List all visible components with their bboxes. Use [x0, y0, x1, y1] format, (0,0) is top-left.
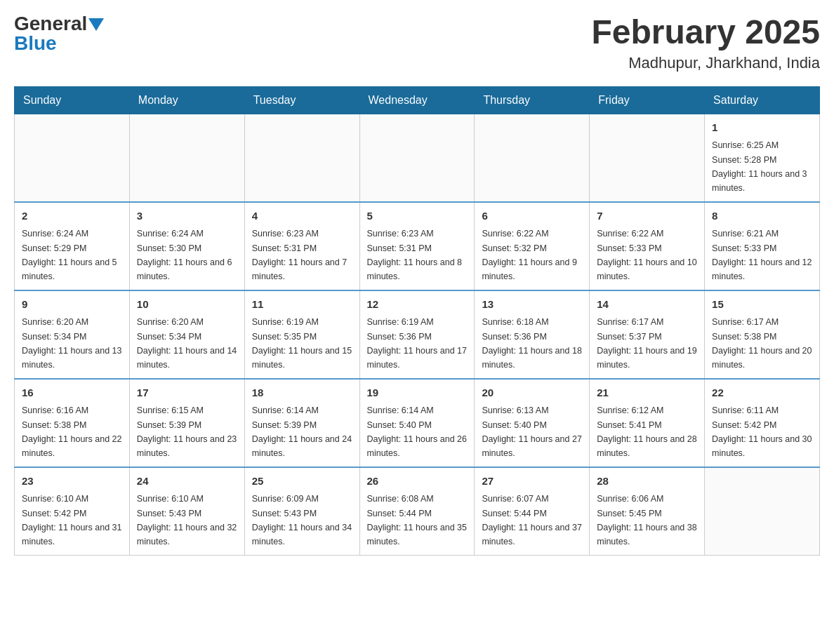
col-thursday: Thursday — [475, 86, 590, 114]
page-header: General Blue February 2025 Madhupur, Jha… — [14, 14, 820, 72]
day-info: Sunrise: 6:15 AM Sunset: 5:39 PM Dayligh… — [137, 405, 237, 458]
table-row: 22Sunrise: 6:11 AM Sunset: 5:42 PM Dayli… — [705, 379, 820, 467]
day-info: Sunrise: 6:22 AM Sunset: 5:32 PM Dayligh… — [482, 229, 577, 281]
day-info: Sunrise: 6:06 AM Sunset: 5:45 PM Dayligh… — [597, 494, 696, 546]
logo-blue-text: Blue — [14, 32, 57, 54]
day-info: Sunrise: 6:20 AM Sunset: 5:34 PM Dayligh… — [137, 317, 237, 370]
day-info: Sunrise: 6:19 AM Sunset: 5:36 PM Dayligh… — [367, 317, 467, 370]
day-number: 25 — [252, 474, 352, 490]
day-info: Sunrise: 6:09 AM Sunset: 5:43 PM Dayligh… — [252, 494, 352, 546]
table-row: 14Sunrise: 6:17 AM Sunset: 5:37 PM Dayli… — [590, 290, 705, 379]
table-row: 4Sunrise: 6:23 AM Sunset: 5:31 PM Daylig… — [244, 202, 359, 290]
day-info: Sunrise: 6:24 AM Sunset: 5:29 PM Dayligh… — [22, 229, 117, 281]
table-row: 3Sunrise: 6:24 AM Sunset: 5:30 PM Daylig… — [129, 202, 244, 290]
table-row: 12Sunrise: 6:19 AM Sunset: 5:36 PM Dayli… — [359, 290, 475, 379]
day-info: Sunrise: 6:13 AM Sunset: 5:40 PM Dayligh… — [482, 405, 581, 458]
calendar-title: February 2025 — [591, 14, 820, 51]
day-number: 28 — [597, 474, 697, 490]
logo: General Blue — [14, 14, 104, 53]
day-info: Sunrise: 6:08 AM Sunset: 5:44 PM Dayligh… — [367, 494, 467, 546]
day-number: 14 — [597, 297, 697, 313]
day-info: Sunrise: 6:14 AM Sunset: 5:39 PM Dayligh… — [252, 405, 352, 458]
day-info: Sunrise: 6:19 AM Sunset: 5:35 PM Dayligh… — [252, 317, 352, 370]
col-monday: Monday — [129, 86, 244, 114]
day-info: Sunrise: 6:22 AM Sunset: 5:33 PM Dayligh… — [597, 229, 696, 281]
day-number: 7 — [597, 208, 697, 224]
table-row — [15, 114, 130, 202]
table-row: 21Sunrise: 6:12 AM Sunset: 5:41 PM Dayli… — [590, 379, 705, 467]
day-info: Sunrise: 6:20 AM Sunset: 5:34 PM Dayligh… — [22, 317, 121, 370]
day-number: 1 — [712, 120, 812, 136]
logo-triangle-icon — [88, 18, 104, 31]
table-row: 6Sunrise: 6:22 AM Sunset: 5:32 PM Daylig… — [475, 202, 590, 290]
day-number: 23 — [22, 474, 122, 490]
calendar-header-row: Sunday Monday Tuesday Wednesday Thursday… — [15, 86, 820, 114]
day-number: 6 — [482, 208, 582, 224]
day-info: Sunrise: 6:12 AM Sunset: 5:41 PM Dayligh… — [597, 405, 696, 458]
table-row: 16Sunrise: 6:16 AM Sunset: 5:38 PM Dayli… — [15, 379, 130, 467]
calendar-week-row: 1Sunrise: 6:25 AM Sunset: 5:28 PM Daylig… — [15, 114, 820, 202]
table-row: 23Sunrise: 6:10 AM Sunset: 5:42 PM Dayli… — [15, 467, 130, 556]
day-info: Sunrise: 6:24 AM Sunset: 5:30 PM Dayligh… — [137, 229, 232, 281]
day-number: 26 — [367, 474, 468, 490]
day-info: Sunrise: 6:07 AM Sunset: 5:44 PM Dayligh… — [482, 494, 581, 546]
col-tuesday: Tuesday — [244, 86, 359, 114]
day-number: 10 — [137, 297, 237, 313]
day-number: 8 — [712, 208, 812, 224]
day-info: Sunrise: 6:17 AM Sunset: 5:38 PM Dayligh… — [712, 317, 812, 370]
table-row: 13Sunrise: 6:18 AM Sunset: 5:36 PM Dayli… — [475, 290, 590, 379]
day-number: 16 — [22, 385, 122, 401]
day-info: Sunrise: 6:16 AM Sunset: 5:38 PM Dayligh… — [22, 405, 121, 458]
table-row: 18Sunrise: 6:14 AM Sunset: 5:39 PM Dayli… — [244, 379, 359, 467]
table-row: 26Sunrise: 6:08 AM Sunset: 5:44 PM Dayli… — [359, 467, 475, 556]
table-row — [244, 114, 359, 202]
table-row — [129, 114, 244, 202]
day-info: Sunrise: 6:23 AM Sunset: 5:31 PM Dayligh… — [252, 229, 348, 281]
day-number: 19 — [367, 385, 468, 401]
day-info: Sunrise: 6:10 AM Sunset: 5:42 PM Dayligh… — [22, 494, 121, 546]
day-number: 27 — [482, 474, 582, 490]
table-row: 2Sunrise: 6:24 AM Sunset: 5:29 PM Daylig… — [15, 202, 130, 290]
day-number: 5 — [367, 208, 468, 224]
day-info: Sunrise: 6:14 AM Sunset: 5:40 PM Dayligh… — [367, 405, 467, 458]
col-saturday: Saturday — [705, 86, 820, 114]
day-info: Sunrise: 6:23 AM Sunset: 5:31 PM Dayligh… — [367, 229, 463, 281]
day-info: Sunrise: 6:17 AM Sunset: 5:37 PM Dayligh… — [597, 317, 696, 370]
day-number: 9 — [22, 297, 122, 313]
table-row: 7Sunrise: 6:22 AM Sunset: 5:33 PM Daylig… — [590, 202, 705, 290]
day-info: Sunrise: 6:25 AM Sunset: 5:28 PM Dayligh… — [712, 140, 807, 193]
day-info: Sunrise: 6:21 AM Sunset: 5:33 PM Dayligh… — [712, 229, 812, 281]
table-row: 8Sunrise: 6:21 AM Sunset: 5:33 PM Daylig… — [705, 202, 820, 290]
table-row: 24Sunrise: 6:10 AM Sunset: 5:43 PM Dayli… — [129, 467, 244, 556]
table-row: 5Sunrise: 6:23 AM Sunset: 5:31 PM Daylig… — [359, 202, 475, 290]
svg-marker-0 — [88, 18, 104, 31]
table-row: 17Sunrise: 6:15 AM Sunset: 5:39 PM Dayli… — [129, 379, 244, 467]
day-number: 24 — [137, 474, 237, 490]
day-info: Sunrise: 6:10 AM Sunset: 5:43 PM Dayligh… — [137, 494, 237, 546]
title-block: February 2025 Madhupur, Jharkhand, India — [591, 14, 820, 72]
calendar-week-row: 16Sunrise: 6:16 AM Sunset: 5:38 PM Dayli… — [15, 379, 820, 467]
calendar-week-row: 2Sunrise: 6:24 AM Sunset: 5:29 PM Daylig… — [15, 202, 820, 290]
calendar-week-row: 23Sunrise: 6:10 AM Sunset: 5:42 PM Dayli… — [15, 467, 820, 556]
table-row — [590, 114, 705, 202]
day-number: 13 — [482, 297, 582, 313]
table-row: 25Sunrise: 6:09 AM Sunset: 5:43 PM Dayli… — [244, 467, 359, 556]
table-row: 28Sunrise: 6:06 AM Sunset: 5:45 PM Dayli… — [590, 467, 705, 556]
table-row — [475, 114, 590, 202]
logo-general-text: General — [14, 14, 87, 34]
col-wednesday: Wednesday — [359, 86, 475, 114]
calendar-table: Sunday Monday Tuesday Wednesday Thursday… — [14, 86, 820, 556]
day-number: 17 — [137, 385, 237, 401]
day-number: 22 — [712, 385, 812, 401]
day-info: Sunrise: 6:18 AM Sunset: 5:36 PM Dayligh… — [482, 317, 581, 370]
col-friday: Friday — [590, 86, 705, 114]
day-number: 21 — [597, 385, 697, 401]
col-sunday: Sunday — [15, 86, 130, 114]
table-row — [705, 467, 820, 556]
table-row: 10Sunrise: 6:20 AM Sunset: 5:34 PM Dayli… — [129, 290, 244, 379]
table-row: 19Sunrise: 6:14 AM Sunset: 5:40 PM Dayli… — [359, 379, 475, 467]
day-number: 18 — [252, 385, 352, 401]
table-row: 9Sunrise: 6:20 AM Sunset: 5:34 PM Daylig… — [15, 290, 130, 379]
day-number: 2 — [22, 208, 122, 224]
day-number: 15 — [712, 297, 812, 313]
